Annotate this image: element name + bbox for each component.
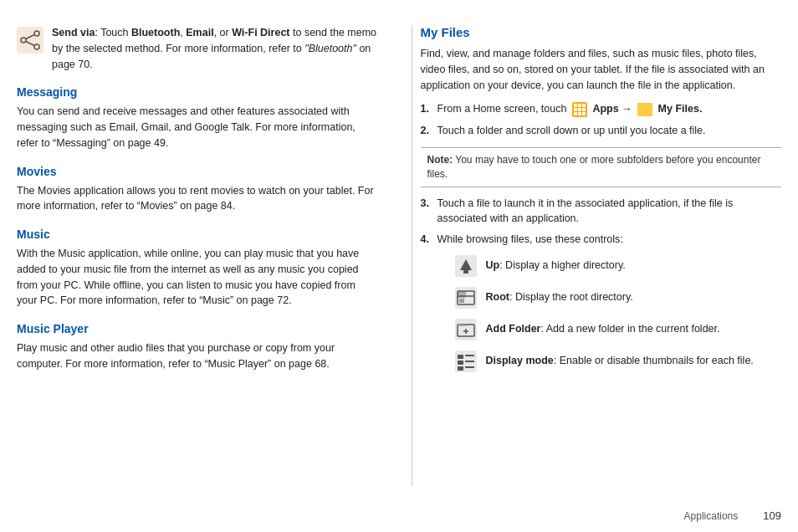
page-content: Send via: Touch Bluetooth, Email, or Wi-… [0,0,798,503]
music-heading: Music [17,228,378,241]
my-files-heading: My Files [421,25,782,39]
send-via-block: Send via: Touch Bluetooth, Email, or Wi-… [17,25,378,72]
svg-rect-33 [465,355,474,356]
apps-label: Apps [592,104,618,115]
control-root: Root: Display the root directory. [454,286,754,309]
note-box: Note: You may have to touch one or more … [421,147,782,187]
my-files-intro: Find, view, and manage folders and files… [421,46,782,93]
movies-heading: Movies [17,165,378,178]
step-3-text: Touch a file to launch it in the associa… [437,196,782,228]
root-icon [454,286,478,309]
messaging-heading: Messaging [17,85,378,99]
step-3: 3. Touch a file to launch it in the asso… [421,196,782,228]
movies-body: The Movies application allows you to ren… [17,183,378,215]
step-4-text: While browsing files, use these controls… [437,232,754,381]
steps-list-2: 3. Touch a file to launch it in the asso… [421,196,782,381]
svg-rect-12 [582,108,586,111]
page-footer: Applications 109 [0,503,798,532]
music-player-heading: Music Player [17,322,378,335]
svg-rect-35 [465,361,474,362]
page-number: 109 [763,509,781,522]
control-up: Up: Display a higher directory. [454,254,754,278]
svg-rect-22 [455,287,477,309]
svg-rect-37 [465,366,474,368]
svg-rect-32 [458,355,463,359]
my-files-label: My Files. [658,104,703,115]
svg-rect-10 [574,108,577,111]
music-body: With the Music application, while online… [17,246,378,309]
svg-rect-36 [458,366,463,371]
add-folder-icon [454,318,478,341]
music-player-body: Play music and other audio files that yo… [17,340,378,372]
svg-rect-13 [574,112,577,115]
control-display-mode: Display mode: Enable or disable thumbnai… [454,350,754,373]
svg-rect-26 [459,299,464,303]
svg-rect-14 [578,112,581,115]
steps-list: 1. From a Home screen, touch [421,101,782,139]
right-column: My Files Find, view, and manage folders … [412,25,782,486]
share-icon [17,27,43,54]
svg-rect-17 [637,106,652,116]
footer-label: Applications [684,510,739,522]
up-icon [454,254,478,278]
display-mode-icon [454,350,478,373]
my-files-icon [637,101,653,118]
note-text: You may have to touch one or more subfol… [427,154,761,180]
svg-rect-11 [578,108,581,111]
svg-rect-18 [637,103,643,107]
send-via-text: Send via: Touch Bluetooth, Email, or Wi-… [52,25,378,72]
step-4: 4. While browsing files, use these contr… [421,232,782,381]
step-2-text: Touch a folder and scroll down or up unt… [437,123,706,139]
apps-icon [571,101,588,118]
messaging-body: You can send and receive messages and ot… [17,104,378,151]
step-1-text: From a Home screen, touch [437,101,703,118]
svg-rect-34 [458,361,463,365]
left-column: Send via: Touch Bluetooth, Email, or Wi-… [17,25,386,486]
svg-rect-21 [463,270,468,274]
svg-rect-23 [458,291,466,298]
svg-rect-8 [578,104,581,107]
controls-list: Up: Display a higher directory. [454,254,754,373]
step-2: 2. Touch a folder and scroll down or up … [421,123,782,139]
svg-rect-9 [582,104,586,107]
step-1: 1. From a Home screen, touch [421,101,782,118]
svg-rect-7 [574,104,577,107]
svg-rect-15 [582,112,586,115]
control-add-folder: Add Folder: Add a new folder in the curr… [454,318,754,341]
